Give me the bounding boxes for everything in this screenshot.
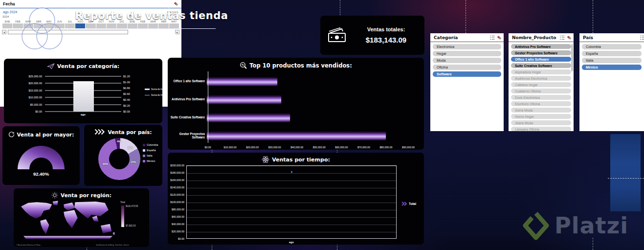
month-cell[interactable]: ENE bbox=[2, 20, 12, 28]
slicer-item[interactable]: Office 1 año Software bbox=[511, 57, 571, 62]
bar-row: Antivirus Pro Software bbox=[168, 91, 424, 109]
category-x-label: ago bbox=[45, 113, 121, 116]
selected-range-label: ago 2024 bbox=[3, 10, 17, 14]
slicer-item[interactable]: Colombia bbox=[582, 44, 642, 49]
category-chart-panel: Venta por categoría: $25,000.00$20,000.0… bbox=[4, 59, 162, 123]
axis-tick: $0.20 bbox=[123, 104, 130, 107]
slicer-item[interactable]: Moda bbox=[433, 58, 501, 63]
slicer-scrollbar[interactable] bbox=[571, 44, 573, 71]
map-legend: Total $118,473.55 $7,802.53 bbox=[120, 201, 125, 204]
slicer-item[interactable]: Hogar bbox=[433, 51, 501, 56]
slicer-item[interactable]: Suite Creativa Software bbox=[511, 63, 571, 68]
bar-row: Suite Creativa Software bbox=[168, 109, 424, 127]
axis-tick: $50,000.00 bbox=[313, 146, 326, 149]
slicer-item-label: Gorra Moda bbox=[515, 109, 533, 112]
month-block[interactable] bbox=[2, 23, 12, 28]
thick-line-marker bbox=[145, 89, 150, 90]
guide-line bbox=[340, 0, 340, 15]
legend-swatch bbox=[143, 160, 145, 162]
slicer-item[interactable]: Audífonos Electrónica bbox=[511, 76, 571, 81]
slicer-item[interactable]: Jeans Moda bbox=[511, 120, 571, 125]
map-legend-title: Total bbox=[120, 201, 125, 204]
slicer-item[interactable]: España bbox=[582, 51, 642, 56]
axis-tick: $25,000.00 bbox=[28, 75, 42, 78]
slicer-item-label: Moda bbox=[437, 58, 445, 63]
time-x-label: ago bbox=[186, 241, 397, 244]
multi-select-icon[interactable] bbox=[560, 35, 565, 40]
slicer-item-label: Cuaderno Oficina bbox=[515, 90, 541, 93]
axis-tick: $180,000.00 bbox=[170, 171, 184, 174]
title-divider bbox=[88, 28, 216, 29]
totals-label: Ventas totales: bbox=[355, 26, 418, 32]
slicer-item[interactable]: Cafetera Hogar bbox=[511, 82, 571, 87]
axis-tick: $80,000.00 bbox=[379, 146, 392, 149]
axis-tick: $200,000.00 bbox=[170, 164, 184, 167]
map-legend-gradient bbox=[121, 205, 124, 227]
slicer-item-label: Aspiradora Hogar bbox=[515, 70, 541, 74]
axis-tick: $100,000.00 bbox=[170, 201, 184, 204]
slicer-item[interactable]: Gorra Moda bbox=[511, 108, 571, 113]
guide-line bbox=[466, 0, 466, 33]
slicer-item[interactable]: México bbox=[582, 65, 642, 70]
world-map[interactable] bbox=[17, 200, 119, 239]
guide-line bbox=[608, 178, 644, 179]
axis-tick: $20,000.00 bbox=[172, 230, 184, 233]
slicer-item[interactable]: Gestor Proyectos Software bbox=[511, 50, 571, 55]
slicer-item-label: Office 1 año Software bbox=[515, 58, 549, 61]
slicer-item[interactable]: Horno Hogar bbox=[511, 114, 571, 119]
gridline bbox=[45, 76, 121, 77]
gauge-arc[interactable] bbox=[18, 146, 65, 169]
slicer-item-label: Software bbox=[437, 72, 452, 76]
region-map-title: Venta por región: bbox=[61, 192, 111, 198]
axis-tick: $40,000.00 bbox=[172, 223, 184, 226]
legend-label: España bbox=[147, 149, 156, 152]
data-point[interactable] bbox=[291, 171, 292, 173]
slicer-item[interactable]: Oficina bbox=[433, 65, 501, 70]
axis-tick: $0.00 bbox=[178, 237, 184, 240]
slicer-item-label: México bbox=[586, 65, 598, 69]
multi-select-icon[interactable] bbox=[490, 35, 495, 40]
dashboard-canvas: Reporte de ventas tienda Año 2024 Ventas… bbox=[0, 0, 644, 250]
totals-card: Ventas totales: $183,143.09 bbox=[320, 16, 424, 55]
product-bar[interactable] bbox=[207, 78, 277, 86]
top-products-title: Top 10 productos más vendidos: bbox=[249, 62, 352, 69]
product-bar[interactable] bbox=[207, 114, 290, 122]
slicer-item[interactable]: Electrónica bbox=[433, 44, 501, 49]
multi-select-icon[interactable] bbox=[640, 35, 644, 40]
wholesale-gauge-title: Venta al por mayor: bbox=[17, 132, 74, 137]
clear-filter-eraser-icon[interactable] bbox=[497, 35, 502, 40]
year-label: 2024 bbox=[2, 15, 9, 18]
legend-label: Colombia bbox=[147, 143, 158, 146]
clear-filter-eraser-icon[interactable] bbox=[174, 1, 178, 6]
clear-filter-eraser-icon[interactable] bbox=[567, 35, 572, 40]
slicer-item[interactable]: Software bbox=[433, 71, 501, 77]
axis-tick: $30,000.00 bbox=[268, 146, 281, 149]
totals-value: $183,143.09 bbox=[355, 36, 418, 44]
bar-zone bbox=[207, 114, 407, 122]
map-legend-min: $7,802.53 bbox=[126, 225, 135, 227]
legend-entry: Suma de Importe2 bbox=[145, 94, 161, 96]
slicer-item[interactable]: Cuaderno Oficina bbox=[511, 89, 571, 93]
gauge-value: 92.40% bbox=[2, 171, 80, 177]
platzi-diamond-icon bbox=[522, 210, 550, 241]
product-bar[interactable] bbox=[207, 132, 386, 140]
category-chart-title: Venta por categoría: bbox=[57, 63, 120, 69]
slicer-item[interactable]: Lámpara Oficina bbox=[511, 127, 571, 131]
slicer-item[interactable]: Italia bbox=[582, 58, 642, 63]
slicer-item[interactable]: Antivirus Pro Software bbox=[511, 44, 571, 49]
category-bar[interactable] bbox=[73, 81, 94, 112]
slicer-item[interactable]: Escritorio Oficina bbox=[511, 101, 571, 106]
slicer-item-label: Antivirus Pro Software bbox=[515, 45, 551, 48]
product-bar[interactable] bbox=[207, 96, 281, 104]
slicer-item-label: Escritorio Oficina bbox=[515, 102, 540, 106]
country-donut[interactable]: 4% 16% 15% 65% bbox=[98, 138, 140, 180]
legend-entry: México bbox=[143, 159, 158, 162]
arrow-marker-icon bbox=[401, 202, 407, 206]
axis-tick: $0.00 bbox=[123, 110, 130, 113]
axis-tick: $0.60 bbox=[123, 92, 130, 95]
slicer-item[interactable]: Aspiradora Hogar bbox=[511, 69, 571, 74]
time-plot-area[interactable] bbox=[186, 165, 397, 239]
region-map-panel: Venta por región: Total bbox=[14, 188, 149, 247]
slicer-item[interactable]: Dock Electrónica bbox=[511, 95, 571, 100]
scroll-left-arrow[interactable]: ◂ bbox=[2, 30, 6, 34]
